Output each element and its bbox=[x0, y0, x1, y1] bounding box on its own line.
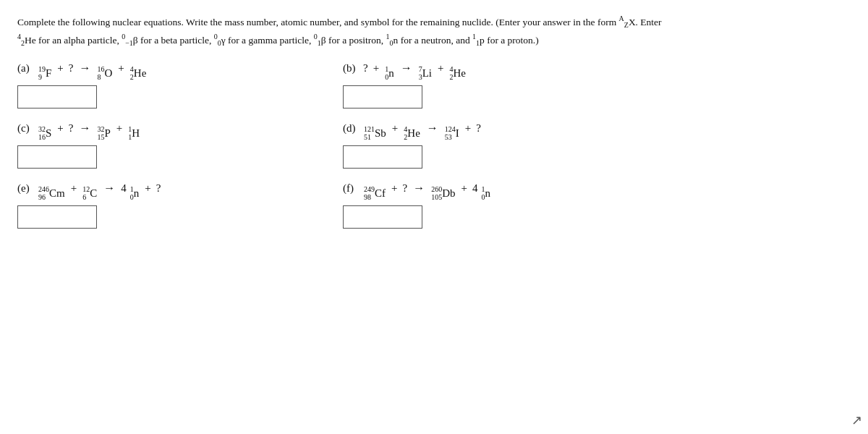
nuclide-124-53-I: 12453I bbox=[445, 122, 459, 141]
plus-sign-b2: + bbox=[438, 62, 443, 75]
question-mark-a: ? bbox=[69, 62, 74, 75]
answer-input-e[interactable] bbox=[17, 205, 97, 229]
nuclide-32-16-S: 3216S bbox=[38, 122, 51, 141]
plus-sign-f2: + bbox=[461, 182, 467, 195]
nuclide-1-0-n-f: 10n bbox=[481, 182, 490, 201]
arrow-d: → bbox=[427, 122, 438, 135]
question-mark-f: ? bbox=[402, 182, 407, 195]
question-mark-e: ? bbox=[156, 182, 161, 195]
corner-arrow-icon: ↗ bbox=[851, 412, 862, 428]
question-mark-b: ? bbox=[363, 62, 368, 75]
nuclide-246-96-Cm: 24696Cm bbox=[38, 182, 65, 201]
problem-c: (c) 3216S + ? → 3215P + 11H bbox=[17, 122, 314, 169]
plus-sign: + bbox=[57, 62, 63, 75]
problem-a-equation: (a) 199F + ? → 168O + 42He bbox=[17, 61, 314, 81]
plus-sign-d: + bbox=[392, 122, 398, 135]
arrow-a: → bbox=[79, 61, 90, 75]
nuclide-12-6-C: 126C bbox=[82, 182, 97, 201]
arrow-b: → bbox=[401, 61, 412, 75]
nuclide-1-0-n-b: 10n bbox=[385, 62, 394, 81]
arrow-f: → bbox=[413, 182, 425, 195]
nuclide-4-2-He-d: 42He bbox=[404, 122, 420, 141]
problem-d: (d) 12151Sb + 42He → 12453I + bbox=[343, 122, 639, 169]
nuclide-121-51-Sb: 12151Sb bbox=[364, 122, 386, 141]
coeff-4-f: 4 bbox=[472, 182, 478, 195]
problems-container: (a) 199F + ? → 168O + 42He bbox=[17, 61, 639, 242]
plus-sign-c: + bbox=[57, 122, 63, 135]
plus-sign-c2: + bbox=[116, 122, 122, 135]
problem-b: (b) ? + 10n → 73Li + 42He bbox=[343, 61, 639, 109]
problem-f-equation: (f) 24998Cf + ? → 260105Db + 4 10n bbox=[343, 182, 639, 201]
plus-sign-f: + bbox=[391, 182, 397, 195]
nuclide-32-15-P: 3215P bbox=[97, 122, 110, 141]
problem-d-equation: (d) 12151Sb + 42He → 12453I + bbox=[343, 122, 639, 141]
nuclide-4-2-He-a: 42He bbox=[130, 62, 147, 81]
coeff-4-e: 4 bbox=[121, 182, 127, 195]
plus-sign-e2: + bbox=[145, 182, 150, 195]
plus-sign-b: + bbox=[373, 62, 379, 75]
answer-input-c[interactable] bbox=[17, 145, 97, 169]
plus-sign-e: + bbox=[71, 182, 77, 195]
nuclide-260-105-Db: 260105Db bbox=[431, 182, 455, 201]
question-mark-c: ? bbox=[69, 122, 74, 135]
problem-a: (a) 199F + ? → 168O + 42He bbox=[17, 61, 314, 109]
arrow-e: → bbox=[103, 182, 115, 195]
problem-f-label: (f) bbox=[343, 182, 357, 195]
problem-b-label: (b) bbox=[343, 62, 357, 75]
problem-e-label: (e) bbox=[17, 182, 32, 195]
problem-f: (f) 24998Cf + ? → 260105Db + 4 10n bbox=[343, 182, 639, 229]
problem-e-equation: (e) 24696Cm + 126C → 4 10n + bbox=[17, 182, 314, 201]
problem-b-equation: (b) ? + 10n → 73Li + 42He bbox=[343, 61, 639, 81]
answer-input-b[interactable] bbox=[343, 85, 422, 109]
instructions: Complete the following nuclear equations… bbox=[17, 13, 668, 48]
problem-c-equation: (c) 3216S + ? → 3215P + 11H bbox=[17, 122, 314, 141]
arrow-c: → bbox=[79, 122, 90, 135]
question-mark-d: ? bbox=[476, 122, 481, 135]
problem-e: (e) 24696Cm + 126C → 4 10n + bbox=[17, 182, 314, 229]
problem-d-label: (d) bbox=[343, 122, 357, 135]
nuclide-16-8-O: 168O bbox=[97, 62, 112, 81]
answer-input-a[interactable] bbox=[17, 85, 97, 109]
plus-sign-d2: + bbox=[465, 122, 471, 135]
plus-sign-2: + bbox=[118, 62, 124, 75]
problem-c-label: (c) bbox=[17, 122, 32, 135]
nuclide-1-0-n-e: 10n bbox=[130, 182, 140, 201]
nuclide-249-98-Cf: 24998Cf bbox=[364, 182, 386, 201]
nuclide-19-9-F: 199F bbox=[38, 62, 51, 81]
answer-input-d[interactable] bbox=[343, 145, 422, 169]
answer-input-f[interactable] bbox=[343, 205, 422, 229]
nuclide-4-2-He-b: 42He bbox=[449, 62, 466, 81]
problem-a-label: (a) bbox=[17, 62, 32, 75]
nuclide-1-1-H: 11H bbox=[128, 122, 140, 141]
nuclide-7-3-Li: 73Li bbox=[419, 62, 432, 81]
